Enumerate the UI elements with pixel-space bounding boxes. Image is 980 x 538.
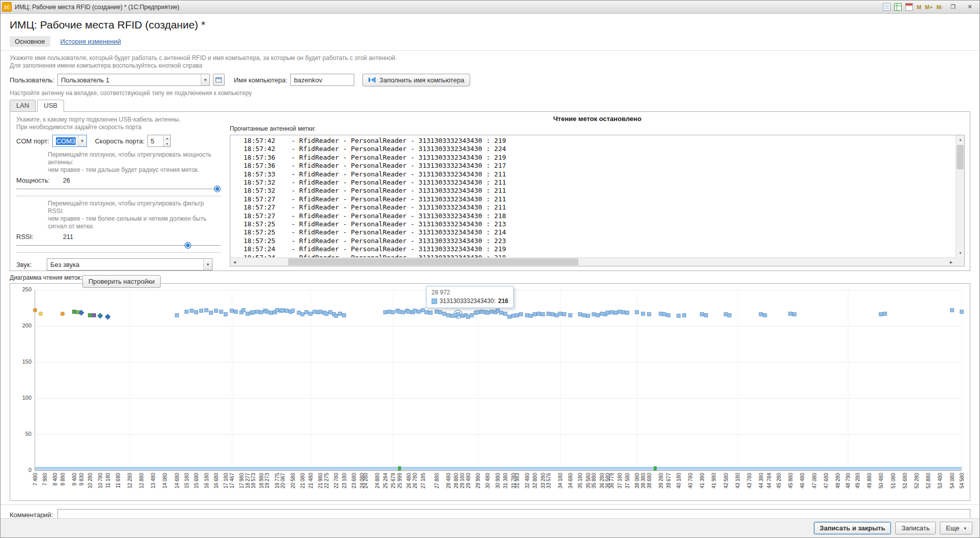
horizontal-scroll-thumb[interactable] bbox=[288, 258, 578, 265]
computer-name-input[interactable]: bazenkov bbox=[290, 74, 354, 86]
scroll-left-button[interactable]: ◀ bbox=[230, 258, 239, 266]
log-list[interactable]: 18:57:42 - RfidReader - PersonalReader -… bbox=[230, 135, 965, 266]
tab-lan[interactable]: LAN bbox=[10, 100, 36, 111]
x-axis-tick: 17 980 bbox=[239, 473, 244, 489]
user-dropdown-button[interactable]: ▾ bbox=[201, 74, 209, 85]
data-point bbox=[105, 314, 111, 319]
sound-row: Звук: Без звука ▾ bbox=[16, 258, 221, 271]
power-slider[interactable] bbox=[16, 185, 221, 193]
sound-dropdown-button[interactable]: ▾ bbox=[203, 259, 212, 270]
data-point bbox=[541, 312, 545, 316]
x-axis-tick: 7 480 bbox=[33, 473, 38, 486]
titlebar-controls: M M+ M- ❐ ✕ bbox=[883, 2, 977, 12]
power-hint-2: чем правее - тем дальше будет радиус чте… bbox=[48, 166, 218, 174]
calendar-icon[interactable] bbox=[905, 3, 913, 11]
x-axis-tick: 15 180 bbox=[184, 473, 190, 489]
sound-combobox[interactable]: Без звука ▾ bbox=[47, 258, 212, 271]
port-speed-value: 5 bbox=[148, 135, 163, 146]
x-axis-tick: 43 780 bbox=[747, 473, 752, 489]
spin-up-button[interactable]: ▴ bbox=[164, 135, 170, 141]
power-slider-track[interactable] bbox=[16, 189, 221, 189]
open-user-form-button[interactable] bbox=[213, 74, 225, 86]
data-point bbox=[960, 310, 964, 314]
save-and-close-button[interactable]: Записать и закрыть bbox=[814, 522, 892, 534]
intro-line2: Для заполнения имени компьютера воспольз… bbox=[10, 62, 970, 70]
data-point bbox=[883, 312, 887, 316]
vertical-scrollbar[interactable]: ▲ ▼ bbox=[956, 135, 964, 257]
scrollbar-corner bbox=[956, 257, 964, 266]
data-point bbox=[647, 312, 651, 316]
scroll-up-button[interactable]: ▲ bbox=[956, 135, 965, 144]
chart-plot-area[interactable] bbox=[35, 290, 962, 471]
x-axis-tick: 11 680 bbox=[115, 473, 121, 488]
more-button[interactable]: Еще ▾ bbox=[940, 522, 972, 534]
usb-hint-2: При необходимости задайте скорость порта bbox=[16, 124, 221, 131]
usb-settings-panel: Укажите, к какому порту подключен USB-ка… bbox=[10, 111, 970, 271]
x-axis-tick: 23 180 bbox=[342, 473, 347, 489]
horizontal-scrollbar[interactable]: ◀ ▶ bbox=[230, 257, 956, 266]
rssi-slider[interactable] bbox=[16, 242, 221, 250]
x-axis-tick: 38 080 bbox=[634, 473, 640, 489]
data-point bbox=[635, 310, 639, 314]
rssi-value-row: RSSI: 211 bbox=[16, 233, 221, 241]
table-icon[interactable] bbox=[894, 3, 902, 11]
x-axis-tick: 17 467 bbox=[229, 473, 235, 489]
com-port-dropdown-button[interactable]: ▾ bbox=[78, 135, 86, 146]
spin-down-button[interactable]: ▾ bbox=[164, 141, 170, 146]
m-plus-button[interactable]: M+ bbox=[925, 4, 933, 10]
x-axis-tick: 21 980 bbox=[318, 473, 323, 489]
scroll-right-button[interactable]: ▶ bbox=[947, 258, 956, 266]
data-point bbox=[391, 310, 395, 314]
x-axis-tick: 35 880 bbox=[591, 473, 597, 489]
baseline-band bbox=[35, 467, 962, 470]
form-window-icon bbox=[216, 77, 222, 82]
vertical-scroll-thumb[interactable] bbox=[957, 145, 964, 169]
restore-button[interactable]: ❐ bbox=[946, 2, 960, 12]
m-minus-button[interactable]: M- bbox=[936, 4, 943, 10]
close-button[interactable]: ✕ bbox=[963, 2, 976, 12]
scroll-down-button[interactable]: ▼ bbox=[956, 249, 965, 257]
port-speed-spinner[interactable]: 5 ▴ ▾ bbox=[147, 135, 171, 147]
test-settings-button[interactable]: Проверить настройки bbox=[82, 275, 161, 288]
comment-row: Комментарий: bbox=[10, 509, 970, 518]
tab-main[interactable]: Основное bbox=[10, 36, 50, 47]
x-axis-tick: 53 480 bbox=[937, 473, 943, 489]
log-entry: 18:57:27 - RfidReader - PersonalReader -… bbox=[243, 212, 956, 220]
data-point bbox=[281, 308, 285, 312]
x-axis-tick: 14 080 bbox=[162, 473, 168, 489]
data-point bbox=[230, 309, 234, 313]
power-slider-handle[interactable] bbox=[214, 186, 221, 192]
data-point bbox=[324, 312, 328, 316]
m-button[interactable]: M bbox=[916, 4, 921, 10]
x-axis-tick: 54 080 bbox=[950, 473, 955, 489]
x-axis-tick: 20 580 bbox=[290, 473, 296, 489]
x-axis-tick: 40 180 bbox=[676, 473, 682, 489]
x-axis-tick: 27 185 bbox=[420, 473, 426, 489]
x-axis-tick: 48 280 bbox=[835, 473, 841, 489]
x-axis-tick: 41 980 bbox=[711, 473, 717, 489]
com-port-combobox[interactable]: COM3 ▾ bbox=[52, 135, 87, 147]
band-marker bbox=[398, 466, 401, 470]
nav-tabs: Основное История изменений bbox=[10, 35, 970, 47]
selected-point[interactable] bbox=[456, 312, 460, 316]
tab-history-link[interactable]: История изменений bbox=[60, 38, 121, 45]
rssi-slider-handle[interactable] bbox=[185, 242, 191, 249]
x-axis-tick: 33 576 bbox=[546, 473, 552, 489]
save-button[interactable]: Записать bbox=[895, 522, 936, 534]
x-axis-tick: 33 280 bbox=[540, 473, 546, 489]
x-axis-tick: 21 480 bbox=[308, 473, 314, 489]
data-point bbox=[219, 310, 223, 314]
log-entry: 18:57:42 - RfidReader - PersonalReader -… bbox=[243, 145, 956, 153]
document-icon[interactable] bbox=[883, 3, 891, 11]
tab-usb[interactable]: USB bbox=[37, 100, 64, 112]
comment-input[interactable] bbox=[57, 509, 971, 518]
fill-computer-name-button[interactable]: Заполнить имя компьютера bbox=[362, 74, 470, 86]
x-axis-tick: 23 680 bbox=[351, 473, 357, 489]
x-axis-tick: 28 880 bbox=[453, 473, 459, 489]
user-combobox[interactable]: Пользователь 1 ▾ bbox=[57, 74, 210, 86]
x-axis-tick: 44 784 bbox=[767, 473, 772, 489]
x-axis-tick: 36 779 bbox=[609, 473, 615, 489]
x-axis-tick: 34 180 bbox=[558, 473, 563, 489]
x-axis-tick: 16 180 bbox=[204, 473, 209, 489]
data-point bbox=[727, 313, 731, 317]
